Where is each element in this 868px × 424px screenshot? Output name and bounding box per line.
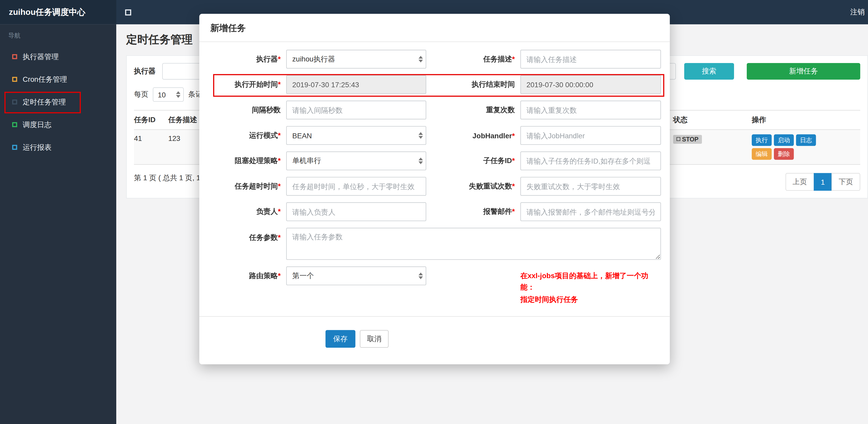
job-param-textarea[interactable]	[286, 228, 661, 260]
block-strategy-label: 阻塞处理策略*	[209, 156, 286, 166]
stop-square-icon	[676, 137, 680, 141]
pagination-buttons: 上页 1 下页	[785, 173, 860, 191]
route-strategy-select-value: 第一个	[292, 271, 314, 281]
retry-count-input[interactable]	[520, 177, 661, 196]
sidebar-item-executor-mgmt[interactable]: 执行器管理	[0, 45, 116, 68]
run-mode-label: 运行模式*	[209, 130, 286, 140]
sidebar-item-scheduled-task-mgmt[interactable]: 定时任务管理	[0, 91, 116, 113]
sidebar-item-dispatch-log[interactable]: 调度日志	[0, 113, 116, 136]
modal-header: 新增任务	[199, 14, 670, 42]
task-desc-input[interactable]	[520, 50, 661, 68]
add-task-button[interactable]: 新增任务	[747, 63, 860, 80]
column-operations[interactable]: 操作	[752, 111, 860, 129]
modal-footer: 保存 取消	[199, 317, 670, 365]
block-strategy-select[interactable]: 单机串行	[286, 152, 426, 170]
log-button[interactable]: 日志	[796, 134, 816, 146]
task-ops-cell: 执行 启动 日志 编辑 删除	[752, 130, 860, 164]
action-buttons: 执行 启动 日志 编辑 删除	[752, 134, 835, 160]
sidebar-item-label: 执行器管理	[23, 52, 59, 62]
edit-button[interactable]: 编辑	[752, 148, 772, 160]
menu-square-icon	[12, 54, 17, 59]
cancel-button[interactable]: 取消	[360, 330, 389, 348]
menu-square-icon	[12, 99, 17, 104]
sidebar-item-label: 运行报表	[23, 142, 51, 152]
route-strategy-select[interactable]: 第一个	[286, 266, 426, 285]
sidebar-item-label: 定时任务管理	[23, 97, 66, 107]
executor-select-value: zuihou执行器	[292, 54, 335, 64]
retry-count-label: 失败重试次数*	[437, 181, 521, 191]
task-id-cell: 41	[134, 130, 168, 164]
sidebar-item-label: 调度日志	[23, 120, 51, 130]
page-size-prefix: 每页	[134, 90, 148, 99]
search-button[interactable]: 搜索	[684, 63, 734, 80]
select-arrows-icon	[418, 272, 423, 279]
owner-label: 负责人*	[209, 207, 286, 217]
app-root: zuihou任务调度中心 注销 导航 执行器管理 Cron任务管理 定时任务管理	[0, 0, 868, 424]
run-mode-select[interactable]: BEAN	[286, 126, 426, 145]
modal-title: 新增任务	[210, 23, 246, 33]
start-time-input[interactable]	[286, 75, 426, 94]
sidebar-item-cron-task-mgmt[interactable]: Cron任务管理	[0, 68, 116, 91]
executor-filter-label: 执行器	[134, 66, 156, 76]
start-button[interactable]: 启动	[774, 134, 794, 146]
interval-input[interactable]	[286, 101, 426, 119]
column-status[interactable]: 状态	[673, 111, 752, 129]
page-size-select[interactable]: 10	[153, 87, 184, 102]
status-text: STOP	[682, 136, 698, 142]
repeat-count-label: 重复次数	[437, 105, 521, 115]
owner-input[interactable]	[286, 202, 426, 221]
select-arrows-icon	[176, 91, 180, 98]
app-brand[interactable]: zuihou任务调度中心	[0, 0, 116, 24]
sidebar-nav-label: 导航	[0, 24, 116, 45]
save-button[interactable]: 保存	[326, 330, 355, 348]
start-time-label: 执行开始时间*	[209, 80, 286, 90]
sidebar-menu: 执行器管理 Cron任务管理 定时任务管理 调度日志 运行报表	[0, 45, 116, 159]
sidebar: 导航 执行器管理 Cron任务管理 定时任务管理 调度日志 运行报表	[0, 24, 116, 424]
interval-label: 间隔秒数	[209, 105, 286, 115]
menu-square-icon	[12, 145, 17, 150]
sidebar-item-run-report[interactable]: 运行报表	[0, 136, 116, 159]
sidebar-item-label: Cron任务管理	[23, 74, 67, 84]
logout-link[interactable]: 注销	[850, 7, 865, 17]
repeat-count-input[interactable]	[520, 101, 661, 119]
job-handler-label: JobHandler*	[437, 131, 521, 140]
task-status-cell: STOP	[673, 130, 752, 164]
executor-label: 执行器*	[209, 54, 286, 64]
status-badge: STOP	[673, 135, 702, 143]
current-page-button[interactable]: 1	[813, 173, 832, 191]
timeout-input[interactable]	[286, 177, 426, 196]
execute-button[interactable]: 执行	[752, 134, 772, 146]
child-job-input[interactable]	[520, 152, 661, 170]
prev-page-button[interactable]: 上页	[785, 173, 814, 191]
select-arrows-icon	[418, 158, 423, 164]
feature-note-line1: 在xxl-jobs项目的基础上，新增了一个功能：	[520, 270, 661, 294]
child-job-label: 子任务ID*	[437, 156, 521, 166]
block-strategy-select-value: 单机串行	[292, 156, 321, 166]
modal-body: 执行器* zuihou执行器 任务描述* 执行开始时间* 执行结	[199, 42, 670, 305]
end-time-input[interactable]	[520, 75, 661, 94]
sidebar-toggle-icon[interactable]	[125, 9, 131, 15]
delete-button[interactable]: 删除	[774, 148, 794, 160]
end-time-label: 执行结束时间	[437, 80, 521, 90]
next-page-button[interactable]: 下页	[832, 173, 860, 191]
route-strategy-label: 路由策略*	[209, 271, 286, 281]
job-param-label: 任务参数*	[209, 228, 286, 243]
alarm-email-input[interactable]	[520, 202, 661, 221]
run-mode-select-value: BEAN	[292, 131, 312, 140]
add-task-modal: 新增任务 执行器* zuihou执行器 任务描述* 执行开始时间*	[199, 14, 670, 364]
pagination-summary: 第 1 页 ( 总共 1 页, 1	[134, 173, 200, 183]
menu-square-icon	[12, 77, 17, 82]
menu-square-icon	[12, 122, 17, 127]
page-size-value: 10	[158, 90, 166, 99]
feature-note-line2: 指定时间执行任务	[520, 294, 661, 305]
alarm-email-label: 报警邮件*	[437, 207, 521, 217]
executor-select[interactable]: zuihou执行器	[286, 50, 426, 68]
select-arrows-icon	[418, 132, 423, 138]
task-desc-label: 任务描述*	[437, 54, 521, 64]
timeout-label: 任务超时时间*	[209, 181, 286, 191]
job-handler-input[interactable]	[520, 126, 661, 145]
select-arrows-icon	[418, 56, 423, 62]
column-task-id[interactable]: 任务ID	[134, 111, 168, 129]
feature-note: 在xxl-jobs项目的基础上，新增了一个功能： 指定时间执行任务	[520, 266, 661, 305]
